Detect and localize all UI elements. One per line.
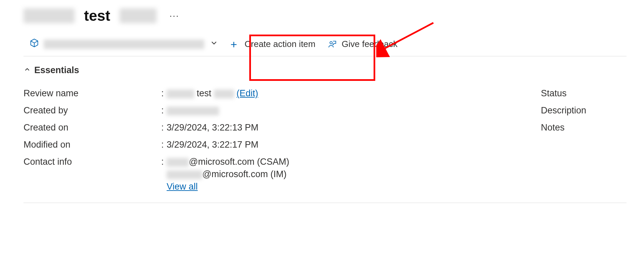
page-root: test ··· + Create action item — [0, 0, 644, 203]
page-title-row: test ··· — [24, 7, 627, 24]
view-all-contacts-link[interactable]: View all — [167, 182, 514, 192]
contact-2-suffix: @microsoft.com (IM) — [202, 169, 287, 179]
row-created-on: Created on : 3/29/2024, 3:22:13 PM — [24, 119, 514, 136]
essentials-body: Review name : test (Edit) Created by : C… — [24, 85, 627, 203]
row-status: Status — [541, 85, 644, 102]
scope-dropdown[interactable] — [24, 34, 224, 55]
row-modified-on: Modified on : 3/29/2024, 3:22:17 PM — [24, 136, 514, 153]
redacted-scope-value — [44, 40, 204, 49]
colon: : — [161, 122, 167, 133]
colon: : — [161, 88, 167, 99]
redacted-title-suffix — [120, 8, 157, 23]
row-review-name: Review name : test (Edit) — [24, 85, 514, 102]
value-created-on: 3/29/2024, 3:22:13 PM — [167, 122, 514, 133]
colon: : — [161, 157, 167, 167]
redacted-value — [167, 158, 189, 167]
chevron-up-icon — [24, 66, 31, 75]
value-contact-info: @microsoft.com (CSAM) @microsoft.com (IM… — [167, 157, 514, 192]
value-created-by — [167, 105, 514, 116]
essentials-right-column: Status Description Notes — [541, 85, 644, 195]
create-action-item-label: Create action item — [245, 39, 315, 49]
toolbar: + Create action item Give feedback — [24, 32, 627, 56]
contact-line-1: @microsoft.com (CSAM) — [167, 157, 514, 167]
review-name-text: test — [197, 88, 212, 98]
contact-line-2: @microsoft.com (IM) — [167, 169, 514, 179]
row-description: Description — [541, 102, 644, 119]
colon: : — [161, 105, 167, 116]
plus-icon: + — [230, 39, 240, 50]
label-contact-info: Contact info — [24, 157, 161, 167]
more-actions-button[interactable]: ··· — [166, 9, 182, 22]
row-notes: Notes — [541, 119, 644, 136]
value-modified-on: 3/29/2024, 3:22:17 PM — [167, 140, 514, 150]
label-review-name: Review name — [24, 88, 161, 99]
svg-point-0 — [330, 41, 332, 44]
redacted-value — [167, 170, 202, 179]
row-contact-info: Contact info : @microsoft.com (CSAM) @mi… — [24, 153, 514, 195]
give-feedback-label: Give feedback — [342, 39, 397, 49]
essentials-toggle[interactable]: Essentials — [24, 65, 627, 75]
chevron-down-icon — [210, 39, 218, 50]
label-status: Status — [541, 88, 644, 99]
package-icon — [30, 38, 39, 50]
label-modified-on: Modified on — [24, 140, 161, 150]
give-feedback-button[interactable]: Give feedback — [321, 34, 403, 54]
label-notes: Notes — [541, 122, 644, 133]
essentials-left-column: Review name : test (Edit) Created by : C… — [24, 85, 514, 195]
create-action-item-button[interactable]: + Create action item — [224, 34, 321, 55]
edit-review-name-link[interactable]: (Edit) — [237, 88, 258, 98]
redacted-value — [167, 107, 219, 115]
redacted-value — [214, 90, 234, 98]
value-review-name: test (Edit) — [167, 88, 514, 99]
essentials-title: Essentials — [34, 65, 79, 75]
redacted-value — [167, 90, 194, 98]
label-created-by: Created by — [24, 105, 161, 116]
label-created-on: Created on — [24, 122, 161, 133]
page-title: test — [84, 7, 110, 24]
feedback-icon — [328, 40, 337, 49]
colon: : — [161, 140, 167, 150]
row-created-by: Created by : — [24, 102, 514, 119]
contact-1-suffix: @microsoft.com (CSAM) — [189, 157, 289, 167]
redacted-title-prefix — [24, 8, 75, 23]
label-description: Description — [541, 105, 644, 116]
